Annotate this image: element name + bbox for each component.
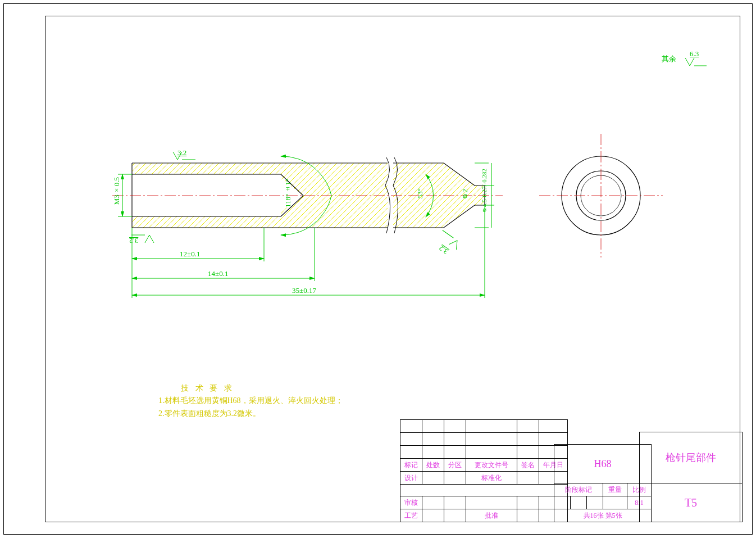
row-design: 设计 <box>400 472 422 485</box>
hdr-sign: 签名 <box>517 459 539 472</box>
hdr-zone: 分区 <box>444 459 466 472</box>
titleblock-mid: H68 阶段标记 重量 比例 8:1 共16张 第5张 <box>554 444 652 522</box>
tech-req-block: 技 术 要 求 1.材料毛坯选用黄铜H68，采用退火、淬火回火处理； 2.零件表… <box>158 382 343 420</box>
section-view <box>112 157 503 233</box>
surface-ra: 6.3 <box>690 49 699 58</box>
end-view <box>539 134 663 257</box>
dim-35: 35±0.17 <box>292 286 316 295</box>
dim-ang118: 118°±1° <box>284 179 293 207</box>
part-name: 枪针尾部件 <box>640 432 743 483</box>
hdr-mark: 标记 <box>400 459 422 472</box>
dim-dia45: ⌀4.5-0.27/-0.282 <box>480 169 488 214</box>
material: H68 <box>554 445 652 483</box>
dim-12: 12±0.1 <box>180 250 200 259</box>
stage-mark: 阶段标记 <box>554 483 603 496</box>
tech-req-1: 1.材料毛坯选用黄铜H68，采用退火、淬火回火处理； <box>158 395 343 407</box>
dim-thread: M3×0.5 <box>112 177 121 205</box>
tech-req-title: 技 术 要 求 <box>158 382 343 395</box>
dim-ang53: 53° <box>416 188 425 198</box>
sheet-info: 共16张 第5张 <box>554 509 652 522</box>
row-standard: 标准化 <box>466 472 517 485</box>
hdr-changedoc: 更改文件号 <box>466 459 517 472</box>
dim-dia2: ⌀2 <box>461 189 470 201</box>
tech-req-2: 2.零件表面粗糙度为3.2微米。 <box>158 408 343 420</box>
row-check: 审核 <box>400 496 422 509</box>
row-tech: 工艺 <box>400 509 422 522</box>
row-approve: 批准 <box>466 509 517 522</box>
surface-prefix: 其余 <box>662 54 676 64</box>
revision-table: 标记 处数 分区 更改文件号 签名 年月日 设计 标准化 审核 工艺 批准 <box>400 419 568 522</box>
drawing-no: T5 <box>640 483 743 522</box>
weight-lbl: 重量 <box>603 483 627 496</box>
ra-top: 3.2 <box>177 148 186 157</box>
hdr-count: 处数 <box>422 459 444 472</box>
dim-14: 14±0.1 <box>208 269 228 278</box>
ra-bottom: 3.2 <box>129 236 138 245</box>
titleblock-right: 枪针尾部件 T5 <box>639 432 743 522</box>
